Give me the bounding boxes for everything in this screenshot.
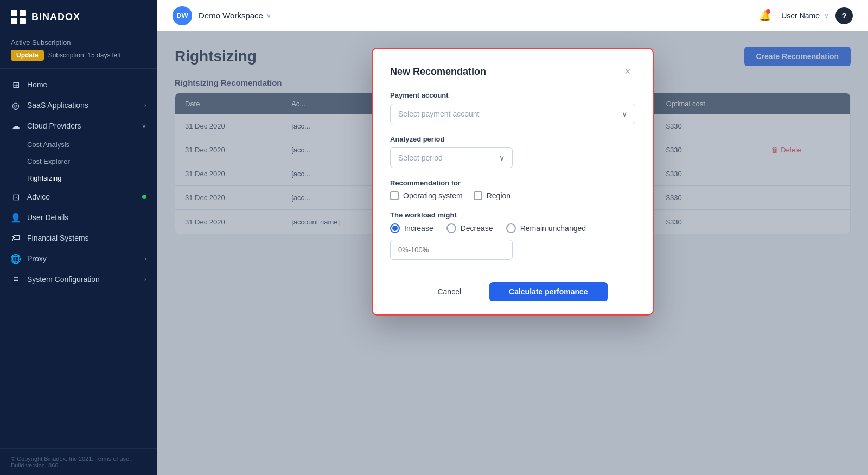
- radio-decrease-outer[interactable]: [446, 223, 456, 233]
- workspace-chevron-icon: ∨: [266, 12, 271, 20]
- user-name: User Name: [781, 11, 820, 20]
- workload-label: The workload might: [390, 211, 635, 219]
- nav-label-proxy: Proxy: [27, 254, 138, 263]
- checkbox-os-label: Operating system: [403, 191, 463, 200]
- payment-account-dropdown[interactable]: Select payment account ∨: [390, 104, 635, 124]
- recommendation-for-field: Recommendation for Operating system Regi…: [390, 179, 635, 200]
- checkbox-region-label: Region: [487, 191, 510, 200]
- sidebar-nav: ⊞ Home ◎ SaaS Applications › ☁ Cloud Pro…: [0, 69, 157, 448]
- main-content: DW Demo Workspace ∨ 🔔 User Name ∨ ? Righ…: [157, 0, 868, 475]
- footer-line2: Build version: 860: [11, 462, 146, 468]
- workspace-avatar: DW: [173, 6, 192, 25]
- radio-decrease[interactable]: Decrease: [446, 223, 493, 233]
- advice-dot: [142, 195, 146, 199]
- period-chevron-icon: ∨: [499, 153, 505, 162]
- sidebar: BINADOX Active Subscription Update Subsc…: [0, 0, 157, 475]
- new-recommendation-modal: New Recomendation × Payment account Sele…: [372, 48, 654, 316]
- sidebar-item-financial[interactable]: 🏷 Financial Systems: [0, 228, 157, 248]
- period-placeholder: Select period: [398, 153, 443, 162]
- user-icon: 👤: [11, 213, 21, 222]
- notification-dot: [766, 9, 770, 14]
- user-chevron-icon: ∨: [824, 12, 829, 20]
- financial-icon: 🏷: [11, 233, 21, 243]
- checkbox-region-item[interactable]: Region: [474, 191, 510, 200]
- percent-input[interactable]: [390, 240, 513, 260]
- footer-line1: © Copyright Binadox, Inc 2021. Terms of …: [11, 455, 146, 462]
- sysconfig-chevron-icon: ›: [144, 275, 146, 283]
- nav-label-user-details: User Details: [27, 213, 146, 222]
- nav-label-sysconfig: System Configuration: [27, 275, 138, 284]
- radio-increase-inner: [392, 226, 398, 231]
- modal-footer: Cancel Calculate perfomance: [390, 273, 635, 301]
- notification-button[interactable]: 🔔: [755, 6, 775, 25]
- user-menu[interactable]: User Name ∨: [781, 11, 829, 20]
- calculate-button[interactable]: Calculate perfomance: [489, 282, 608, 301]
- workspace-name[interactable]: Demo Workspace ∨: [199, 11, 271, 20]
- nav-label-saas: SaaS Applications: [27, 101, 138, 110]
- radio-increase-label: Increase: [404, 224, 433, 233]
- radio-unchanged-outer[interactable]: [506, 223, 516, 233]
- saas-icon: ◎: [11, 100, 21, 110]
- help-button[interactable]: ?: [835, 7, 853, 24]
- subscription-section: Active Subscription Update Subscription:…: [0, 34, 157, 69]
- logo-icon: [11, 10, 26, 24]
- radio-group: Increase Decrease Remain unchanged: [390, 223, 635, 233]
- analyzed-period-field: Analyzed period Select period ∨: [390, 135, 635, 168]
- sidebar-item-cost-analysis[interactable]: Cost Analysis: [0, 136, 157, 153]
- home-icon: ⊞: [11, 80, 21, 89]
- checkbox-region[interactable]: [474, 191, 482, 200]
- subscription-badge: Update Subscription: 15 days left: [11, 50, 121, 61]
- radio-unchanged[interactable]: Remain unchanged: [506, 223, 586, 233]
- checkbox-os[interactable]: [390, 191, 399, 200]
- payment-chevron-icon: ∨: [622, 110, 627, 118]
- sidebar-logo: BINADOX: [0, 0, 157, 34]
- sidebar-item-saas[interactable]: ◎ SaaS Applications ›: [0, 95, 157, 115]
- checkbox-group: Operating system Region: [390, 191, 635, 200]
- chevron-down-icon: ∨: [142, 122, 146, 130]
- chevron-right-icon: ›: [144, 101, 146, 109]
- sidebar-item-proxy[interactable]: 🌐 Proxy ›: [0, 248, 157, 269]
- payment-account-label: Payment account: [390, 91, 635, 99]
- modal-header: New Recomendation ×: [390, 64, 635, 79]
- sidebar-item-user-details[interactable]: 👤 User Details: [0, 207, 157, 228]
- nav-label-cost-analysis: Cost Analysis: [27, 140, 69, 149]
- radio-increase[interactable]: Increase: [390, 223, 433, 233]
- analyzed-period-dropdown[interactable]: Select period ∨: [390, 147, 513, 168]
- sidebar-item-advice[interactable]: ⊡ Advice: [0, 187, 157, 207]
- sidebar-item-rightsizing[interactable]: Rightsizing: [0, 170, 157, 187]
- sidebar-item-sysconfig[interactable]: ≡ System Configuration ›: [0, 269, 157, 290]
- update-badge[interactable]: Update: [11, 50, 44, 61]
- sidebar-item-cost-explorer[interactable]: Cost Explorer: [0, 153, 157, 170]
- nav-label-cost-explorer: Cost Explorer: [27, 157, 70, 165]
- proxy-icon: 🌐: [11, 254, 21, 264]
- cloud-icon: ☁: [11, 121, 21, 131]
- subscription-days: Subscription: 15 days left: [48, 52, 121, 59]
- checkbox-os-item[interactable]: Operating system: [390, 191, 463, 200]
- nav-label-rightsizing: Rightsizing: [27, 174, 62, 182]
- modal-title: New Recomendation: [390, 66, 486, 78]
- page-content: Rightsizing Create Recomendation Rightsi…: [157, 31, 868, 475]
- radio-increase-outer[interactable]: [390, 223, 400, 233]
- sidebar-item-cloud[interactable]: ☁ Cloud Providers ∨: [0, 115, 157, 136]
- analyzed-period-label: Analyzed period: [390, 135, 635, 143]
- nav-label-cloud: Cloud Providers: [27, 121, 135, 130]
- subscription-label: Active Subscription: [11, 38, 146, 47]
- nav-label-home: Home: [27, 80, 146, 89]
- nav-label-advice: Advice: [27, 192, 136, 201]
- payment-account-placeholder: Select payment account: [398, 110, 479, 118]
- workload-field: The workload might Increase Decrease: [390, 211, 635, 260]
- radio-unchanged-label: Remain unchanged: [520, 224, 586, 233]
- cancel-button[interactable]: Cancel: [418, 282, 481, 301]
- sidebar-item-home[interactable]: ⊞ Home: [0, 74, 157, 95]
- radio-decrease-label: Decrease: [461, 224, 493, 233]
- sidebar-footer: © Copyright Binadox, Inc 2021. Terms of …: [0, 448, 157, 475]
- sysconfig-icon: ≡: [11, 274, 21, 284]
- modal-overlay: New Recomendation × Payment account Sele…: [157, 31, 868, 475]
- recommendation-for-label: Recommendation for: [390, 179, 635, 187]
- advice-icon: ⊡: [11, 192, 21, 202]
- topbar: DW Demo Workspace ∨ 🔔 User Name ∨ ?: [157, 0, 868, 31]
- proxy-chevron-icon: ›: [144, 255, 146, 262]
- nav-label-financial: Financial Systems: [27, 234, 146, 242]
- modal-close-button[interactable]: ×: [620, 64, 635, 79]
- payment-account-field: Payment account Select payment account ∨: [390, 91, 635, 124]
